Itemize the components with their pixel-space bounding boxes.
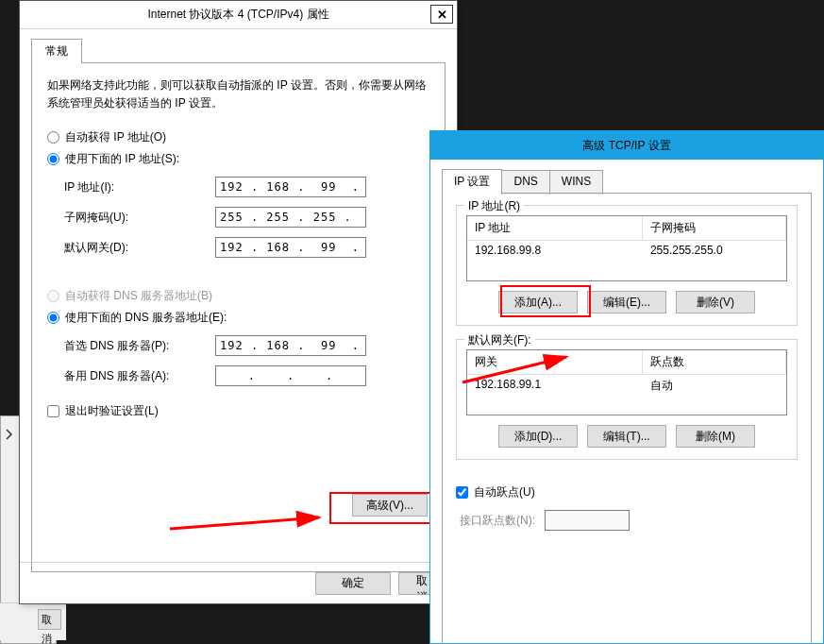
ip-address-label: IP 地址(I):: [64, 179, 215, 195]
preferred-dns-label: 首选 DNS 服务器(P):: [64, 338, 215, 354]
auto-metric-row[interactable]: 自动跃点(U): [456, 484, 798, 500]
ip-col-mask[interactable]: 子网掩码: [643, 216, 786, 241]
radio-auto-ip-row[interactable]: 自动获得 IP 地址(O): [47, 129, 429, 145]
close-button[interactable]: ✕: [430, 5, 453, 24]
gw-row-address: 192.168.99.1: [467, 375, 643, 397]
ip-col-address[interactable]: IP 地址: [467, 216, 643, 241]
radio-static-ip-label: 使用下面的 IP 地址(S):: [65, 151, 179, 167]
ip-address-input[interactable]: [215, 177, 366, 197]
ip-row-mask: 255.255.255.0: [643, 241, 786, 260]
validate-checkbox[interactable]: [47, 405, 59, 417]
ip-addresses-list[interactable]: IP 地址 子网掩码 192.168.99.8 255.255.255.0: [466, 215, 787, 281]
subnet-mask-input[interactable]: [215, 207, 366, 228]
edit-gateway-button[interactable]: 编辑(T)...: [587, 425, 666, 448]
ipv4-properties-dialog: Internet 协议版本 4 (TCP/IPv4) 属性 ✕ 常规 如果网络支…: [19, 0, 458, 604]
dialog1-footer: 确定 取消: [20, 562, 457, 603]
radio-static-ip[interactable]: [47, 153, 59, 165]
dialog1-titlebar: Internet 协议版本 4 (TCP/IPv4) 属性 ✕: [20, 1, 457, 29]
gateways-group-title: 默认网关(F):: [464, 332, 535, 348]
edit-ip-button[interactable]: 编辑(E)...: [587, 291, 666, 314]
tab-wins[interactable]: WINS: [549, 170, 603, 195]
alternate-dns-input[interactable]: [215, 365, 366, 386]
gateways-list[interactable]: 网关 跃点数 192.168.99.1 自动: [466, 349, 787, 415]
radio-auto-dns-label: 自动获得 DNS 服务器地址(B): [65, 288, 212, 304]
validate-checkbox-row[interactable]: 退出时验证设置(L): [47, 403, 429, 419]
radio-static-ip-row[interactable]: 使用下面的 IP 地址(S):: [47, 151, 429, 167]
default-gateway-label: 默认网关(D):: [64, 240, 215, 256]
description-text: 如果网络支持此功能，则可以获取自动指派的 IP 设置。否则，你需要从网络系统管理…: [47, 76, 429, 112]
dialog1-body: 如果网络支持此功能，则可以获取自动指派的 IP 设置。否则，你需要从网络系统管理…: [31, 62, 446, 572]
radio-auto-dns: [47, 290, 59, 302]
tab-dns[interactable]: DNS: [501, 170, 549, 195]
tab-general[interactable]: 常规: [31, 39, 82, 63]
gateways-group: 默认网关(F): 网关 跃点数 192.168.99.1 自动 添加(D)...…: [456, 339, 798, 460]
interface-metric-label: 接口跃点数(N):: [460, 513, 535, 529]
dialog2-body: IP 地址(R) IP 地址 子网掩码 192.168.99.8 255.255…: [442, 193, 812, 644]
add-ip-button[interactable]: 添加(A)...: [498, 291, 578, 314]
alternate-dns-label: 备用 DNS 服务器(A):: [64, 368, 215, 384]
auto-metric-label: 自动跃点(U): [474, 484, 535, 500]
preferred-dns-input[interactable]: [215, 335, 366, 356]
auto-metric-checkbox[interactable]: [456, 486, 468, 499]
radio-static-dns-row[interactable]: 使用下面的 DNS 服务器地址(E):: [47, 310, 429, 326]
gw-row-metric: 自动: [643, 375, 786, 397]
gw-col-gateway[interactable]: 网关: [467, 350, 643, 375]
metric-group: 自动跃点(U) 接口跃点数(N):: [456, 473, 798, 534]
remove-ip-button[interactable]: 删除(V): [676, 291, 755, 314]
gw-col-metric[interactable]: 跃点数: [643, 350, 786, 375]
list-item[interactable]: 192.168.99.1 自动: [467, 375, 786, 397]
list-item[interactable]: 192.168.99.8 255.255.255.0: [467, 241, 786, 260]
subnet-mask-label: 子网掩码(U):: [64, 210, 215, 226]
chevron-right-icon[interactable]: [6, 429, 13, 440]
interface-metric-input: [545, 510, 630, 531]
background-cancel-button[interactable]: 取消: [38, 609, 61, 630]
ip-row-address: 192.168.99.8: [467, 241, 643, 260]
remove-gateway-button[interactable]: 删除(M): [676, 425, 755, 448]
ip-addresses-group: IP 地址(R) IP 地址 子网掩码 192.168.99.8 255.255…: [456, 205, 798, 326]
add-gateway-button[interactable]: 添加(D)...: [498, 425, 578, 448]
advanced-button[interactable]: 高级(V)...: [352, 494, 428, 517]
close-icon: ✕: [437, 8, 447, 22]
radio-auto-ip-label: 自动获得 IP 地址(O): [65, 129, 166, 145]
radio-auto-ip[interactable]: [47, 131, 59, 144]
radio-auto-dns-row: 自动获得 DNS 服务器地址(B): [47, 288, 429, 304]
radio-static-dns-label: 使用下面的 DNS 服务器地址(E):: [65, 310, 227, 326]
default-gateway-input[interactable]: [215, 237, 366, 258]
dialog2-titlebar: 高级 TCP/IP 设置: [430, 131, 823, 160]
ip-addresses-group-title: IP 地址(R): [464, 198, 524, 214]
validate-checkbox-label: 退出时验证设置(L): [65, 403, 159, 419]
ok-button[interactable]: 确定: [315, 572, 391, 595]
tab-ip-settings[interactable]: IP 设置: [442, 169, 502, 194]
dialog2-title: 高级 TCP/IP 设置: [582, 138, 670, 154]
radio-static-dns[interactable]: [47, 312, 59, 324]
advanced-tcpip-dialog: 高级 TCP/IP 设置 IP 设置 DNS WINS IP 地址(R) IP …: [429, 130, 824, 644]
dialog1-title: Internet 协议版本 4 (TCP/IPv4) 属性: [147, 7, 328, 23]
